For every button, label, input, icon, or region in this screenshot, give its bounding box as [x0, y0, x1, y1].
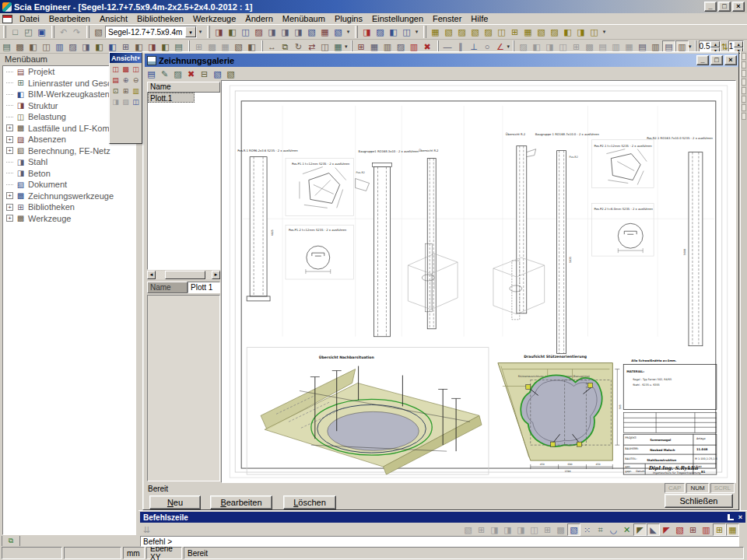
select-poly-icon[interactable]: ⊞ — [686, 523, 700, 536]
select-node-red-icon[interactable]: ▧ — [673, 523, 686, 536]
expand-icon[interactable] — [6, 215, 13, 222]
toolbar-handle[interactable] — [86, 26, 89, 38]
cross-green-icon[interactable]: ✕ — [620, 523, 633, 536]
menu-fenster[interactable]: Fenster — [428, 13, 466, 24]
sidebar-item-zeichnungswerkzeuge[interactable]: ▩Zeichnungswerkzeuge — [3, 191, 135, 202]
gallery-title-bar[interactable]: Zeichnungsgalerie _ □ × — [145, 54, 738, 67]
export-save-blue-icon[interactable]: ▧ — [211, 68, 224, 80]
send-to-blue-icon[interactable]: ▤ — [145, 68, 158, 80]
layout-b-yellow-icon[interactable]: ▧ — [442, 26, 455, 38]
layout-d-icon[interactable]: ▧ — [468, 26, 482, 38]
snap-midpoint-icon[interactable]: ⊞ — [475, 523, 488, 536]
toolbar-handle[interactable] — [355, 26, 358, 38]
gallery-tool-icon[interactable]: ▦ — [318, 26, 331, 38]
layout-a-yellow-icon[interactable]: ▦ — [429, 26, 442, 38]
loads-icon[interactable]: ◧ — [226, 26, 239, 38]
zoom-out-icon[interactable]: ⊖ — [131, 75, 141, 86]
print-icon[interactable]: ⊟ — [198, 68, 211, 80]
gallery-list-header[interactable]: Name — [147, 82, 220, 93]
cursor-snap-blue-icon[interactable]: ▧ — [567, 523, 580, 536]
concrete-icon[interactable]: ◨ — [292, 26, 305, 38]
panel-close-icon[interactable]: × — [738, 513, 742, 521]
command-input[interactable] — [140, 536, 739, 547]
toolbar-handle[interactable] — [207, 26, 210, 38]
cross-link-icon[interactable]: ◧ — [106, 40, 119, 53]
overflow-arrow-icon[interactable] — [197, 26, 204, 37]
spinner-arrows-icon[interactable]: ▲▼ — [710, 41, 720, 52]
delete-button[interactable]: Löschen — [283, 495, 336, 509]
project-combo[interactable]: Segel-12.7+7.5x9.4m — [105, 26, 197, 38]
maximize-button[interactable]: □ — [718, 2, 731, 12]
menu-ansicht[interactable]: Ansicht — [95, 13, 132, 24]
sidebar-item-werkzeuge[interactable]: ▩Werkzeuge — [3, 213, 135, 225]
view-redo-icon[interactable]: ▨ — [121, 96, 131, 107]
layout-f-yellow-icon[interactable]: ◫ — [495, 26, 508, 38]
gallery-plot-list[interactable]: Plott.1 — [147, 93, 220, 270]
layout-l-yellow-icon[interactable]: ◨ — [574, 26, 587, 38]
status-plane[interactable]: Ebene XY — [146, 547, 182, 559]
menu-menubaum[interactable]: Menübaum — [278, 13, 330, 24]
gallery-preview-canvas[interactable]: Pos.R.1 RO96.2x3.6 S235 - 2 x ausführen … — [221, 80, 736, 483]
scrollbar-thumb[interactable] — [165, 271, 205, 279]
layout-g-yellow-icon[interactable]: ⊞ — [508, 26, 521, 38]
snap-endpoint-icon[interactable]: ▧ — [461, 523, 475, 536]
workspace-icon[interactable]: ▧ — [92, 26, 105, 38]
edit-button[interactable]: Bearbeiten — [210, 495, 272, 509]
rib-icon[interactable]: ▨ — [66, 40, 79, 53]
menu-einstellungen[interactable]: Einstellungen — [367, 13, 428, 24]
layout-k-yellow-icon[interactable]: ◧ — [561, 26, 574, 38]
sidebar-item-bibliotheken[interactable]: ⊞Bibliotheken — [3, 201, 135, 213]
select-arrow-2-icon[interactable]: ◣ — [647, 523, 660, 536]
open-icon[interactable]: ◰ — [22, 26, 35, 38]
bill-of-material-red-icon[interactable]: ◨ — [360, 26, 374, 38]
toolbar-handle[interactable] — [423, 26, 426, 38]
snap-node-c-icon[interactable]: ⊞ — [541, 523, 554, 536]
preview-blue-icon[interactable]: ▨ — [374, 26, 387, 38]
menu-bearbeiten[interactable]: Bearbeiten — [44, 13, 95, 24]
overflow-arrow-icon[interactable] — [345, 41, 348, 52]
layout-i-yellow-icon[interactable]: ▧ — [535, 26, 548, 38]
gallery-list-hscrollbar[interactable]: ◄ ► — [147, 271, 220, 279]
gallery-minimize-button[interactable]: _ — [696, 55, 709, 65]
property-value[interactable]: Plott 1 — [188, 282, 220, 293]
zoom-all-icon[interactable]: ⊞ — [121, 86, 131, 96]
sidebar-item-dokument[interactable]: ▧Dokument — [3, 179, 135, 191]
results-icon[interactable]: ◨ — [265, 26, 279, 38]
app-icon[interactable] — [2, 2, 12, 12]
child-window-icon[interactable] — [2, 15, 12, 23]
proj-xy-red-icon[interactable]: ◫ — [110, 64, 121, 75]
sidebar-item-beton[interactable]: ◨Beton — [3, 168, 135, 180]
view-undo-icon[interactable]: ◨ — [110, 96, 121, 107]
proj-xz-red-icon[interactable]: ▩ — [121, 64, 131, 75]
proj-yz-red-icon[interactable]: ◫ — [131, 64, 141, 75]
clean-icon[interactable]: ◧ — [387, 26, 400, 38]
expand-icon[interactable] — [6, 192, 13, 199]
snap-node-b-icon[interactable]: ◫ — [528, 523, 541, 536]
scroll-left-icon[interactable]: ◄ — [147, 271, 156, 279]
render-blue-icon[interactable]: ◫ — [131, 96, 141, 107]
table-yellow-icon[interactable]: ⊞ — [713, 523, 726, 536]
menu-bibliotheken[interactable]: Bibliotheken — [132, 13, 188, 24]
expand-icon[interactable] — [6, 136, 13, 143]
new-icon[interactable]: □ — [9, 26, 22, 38]
toolbar-handle[interactable] — [51, 26, 54, 38]
mesh-icon[interactable]: ▨ — [252, 26, 265, 38]
document-icon[interactable]: ▧ — [305, 26, 318, 38]
layout-e-icon[interactable]: ▨ — [482, 26, 495, 38]
layout-c-yellow-icon[interactable]: ▨ — [455, 26, 468, 38]
save-icon[interactable]: ▣ — [35, 26, 48, 38]
history-arrow-icon[interactable]: ⇊ — [140, 523, 153, 536]
close-gallery-button[interactable]: Schließen — [665, 494, 733, 508]
expand-icon[interactable] — [6, 147, 13, 154]
menu-plugins[interactable]: Plugins — [330, 13, 367, 24]
expand-icon[interactable] — [6, 204, 13, 211]
line-grid-icon[interactable]: ⌗ — [594, 523, 607, 536]
snap-center-icon[interactable]: ◨ — [488, 523, 501, 536]
arbitrary-icon[interactable]: ◨ — [79, 40, 93, 53]
magnet-blue-icon[interactable]: ◡ — [607, 523, 620, 536]
edit-pencil-icon[interactable]: ✎ — [158, 68, 171, 80]
paperspace-icon[interactable]: ▧ — [331, 26, 345, 38]
layout-m-yellow-icon[interactable]: ◫ — [587, 26, 601, 38]
status-unit[interactable]: mm — [123, 547, 145, 559]
steel-icon[interactable]: ◨ — [279, 26, 292, 38]
